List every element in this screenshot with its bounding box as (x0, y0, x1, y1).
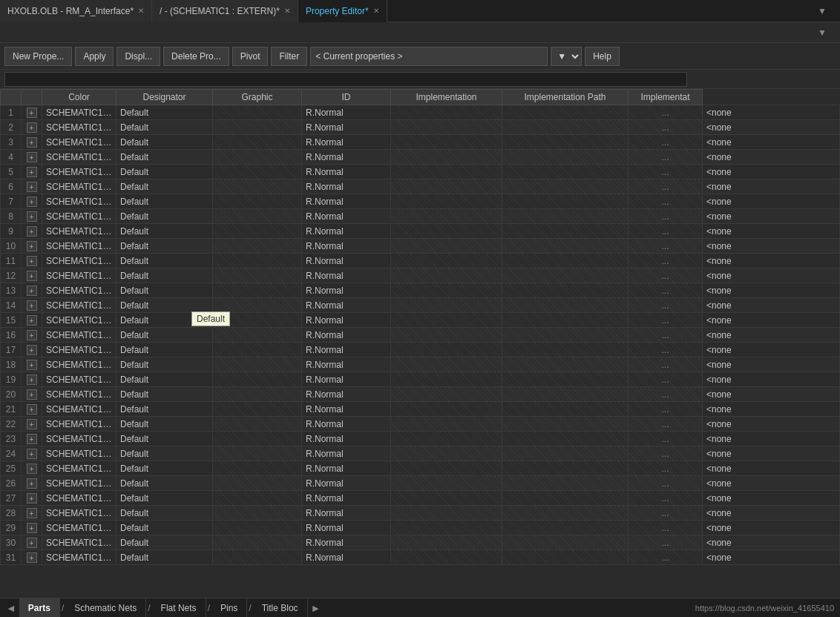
col-header-implementat[interactable]: Implementat (629, 90, 703, 105)
cell-implementat[interactable]: <none (703, 521, 840, 535)
cell-designator[interactable] (213, 506, 302, 521)
cell-color[interactable]: Default (117, 432, 213, 446)
cell-impl-path[interactable]: ... (629, 254, 703, 268)
cell-graphic[interactable]: R.Normal (302, 432, 391, 446)
cell-implementat[interactable]: <none (703, 268, 840, 283)
cell-implementation[interactable] (502, 194, 629, 209)
cell-impl-path[interactable]: ... (629, 224, 703, 239)
expand-button[interactable]: + (27, 523, 37, 533)
cell-designator[interactable] (213, 209, 302, 224)
expand-button[interactable]: + (27, 478, 37, 489)
cell-graphic[interactable]: R.Normal (302, 446, 391, 461)
cell-graphic[interactable]: R.Normal (302, 491, 391, 506)
cell-id[interactable] (391, 550, 502, 565)
cell-graphic[interactable]: R.Normal (302, 402, 391, 417)
cell-designator[interactable] (213, 357, 302, 372)
cell-designator[interactable] (213, 372, 302, 387)
cell-id[interactable] (391, 179, 502, 194)
cell-impl-path[interactable]: ... (629, 402, 703, 417)
apply-button[interactable]: Apply (75, 47, 114, 66)
cell-id[interactable] (391, 506, 502, 521)
cell-impl-path[interactable]: ... (629, 313, 703, 328)
tab-close-property[interactable]: ✕ (373, 7, 379, 15)
cell-graphic[interactable]: R.Normal (302, 254, 391, 268)
cell-color[interactable]: Default (117, 268, 213, 283)
cell-graphic[interactable]: R.Normal (302, 343, 391, 357)
cell-implementation[interactable] (502, 328, 629, 343)
cell-implementation[interactable] (502, 313, 629, 328)
cell-impl-path[interactable]: ... (629, 372, 703, 387)
cell-designator[interactable] (213, 535, 302, 550)
cell-implementation[interactable] (502, 387, 629, 402)
expand-button[interactable]: + (27, 226, 37, 237)
cell-color[interactable]: Default (117, 254, 213, 268)
cell-impl-path[interactable]: ... (629, 432, 703, 446)
cell-impl-path[interactable]: ... (629, 417, 703, 432)
cell-color[interactable]: Default (117, 194, 213, 209)
cell-implementation[interactable] (502, 179, 629, 194)
cell-color[interactable]: Default (117, 179, 213, 194)
cell-implementat[interactable]: <none (703, 357, 840, 372)
cell-implementation[interactable] (502, 402, 629, 417)
cell-impl-path[interactable]: ... (629, 268, 703, 283)
cell-id[interactable] (391, 417, 502, 432)
cell-implementation[interactable] (502, 446, 629, 461)
tab-schematic[interactable]: / - (SCHEMATIC1 : EXTERN)* ✕ (152, 0, 298, 22)
cell-implementation[interactable] (502, 135, 629, 150)
expand-button[interactable]: + (27, 152, 37, 162)
cell-impl-path[interactable]: ... (629, 120, 703, 135)
col-header-color[interactable]: Color (42, 90, 117, 105)
cell-implementat[interactable]: <none (703, 550, 840, 565)
cell-impl-path[interactable]: ... (629, 461, 703, 476)
cell-implementation[interactable] (502, 476, 629, 491)
cell-implementat[interactable]: <none (703, 446, 840, 461)
cell-designator[interactable] (213, 446, 302, 461)
filter-button[interactable]: Filter (271, 47, 307, 66)
expand-button[interactable]: + (27, 286, 37, 296)
cell-graphic[interactable]: R.Normal (302, 179, 391, 194)
cell-id[interactable] (391, 105, 502, 120)
cell-color[interactable]: Default (117, 224, 213, 239)
cell-designator[interactable] (213, 239, 302, 254)
cell-id[interactable] (391, 491, 502, 506)
cell-implementation[interactable] (502, 298, 629, 313)
cell-implementation[interactable] (502, 491, 629, 506)
expand-button[interactable]: + (27, 271, 37, 281)
cell-implementation[interactable] (502, 239, 629, 254)
expand-button[interactable]: + (27, 389, 37, 400)
cell-impl-path[interactable]: ... (629, 194, 703, 209)
cell-implementation[interactable] (502, 372, 629, 387)
cell-implementat[interactable]: <none (703, 298, 840, 313)
cell-designator[interactable] (213, 298, 302, 313)
cell-designator[interactable] (213, 550, 302, 565)
cell-impl-path[interactable]: ... (629, 239, 703, 254)
cell-graphic[interactable]: R.Normal (302, 268, 391, 283)
col-header-implementation[interactable]: Implementation (391, 90, 502, 105)
cell-color[interactable]: Default (117, 120, 213, 135)
cell-implementat[interactable]: <none (703, 506, 840, 521)
cell-implementat[interactable]: <none (703, 120, 840, 135)
col-header-id[interactable]: ID (302, 90, 391, 105)
tab-hxolb[interactable]: HXOLB.OLB - RM_A_Interface* ✕ (0, 0, 152, 22)
cell-implementation[interactable] (502, 268, 629, 283)
expand-button[interactable]: + (27, 330, 37, 340)
cell-implementation[interactable] (502, 254, 629, 268)
cell-impl-path[interactable]: ... (629, 179, 703, 194)
expand-button[interactable]: + (27, 256, 37, 266)
cell-implementat[interactable]: <none (703, 313, 840, 328)
cell-color[interactable]: Default (117, 283, 213, 298)
expand-button[interactable]: + (27, 315, 37, 326)
expand-button[interactable]: + (27, 538, 37, 548)
display-button[interactable]: Displ... (117, 47, 160, 66)
cell-impl-path[interactable]: ... (629, 105, 703, 120)
expand-button[interactable]: + (27, 167, 37, 177)
expand-button[interactable]: + (27, 360, 37, 370)
expand-button[interactable]: + (27, 197, 37, 207)
expand-button[interactable]: + (27, 434, 37, 444)
cell-color[interactable]: Default (117, 135, 213, 150)
expand-button[interactable]: + (27, 345, 37, 355)
title-dropdown-icon[interactable]: ▼ (812, 6, 833, 16)
bottom-tab-flat-nets[interactable]: Flat Nets (152, 598, 206, 618)
cell-id[interactable] (391, 343, 502, 357)
cell-graphic[interactable]: R.Normal (302, 550, 391, 565)
